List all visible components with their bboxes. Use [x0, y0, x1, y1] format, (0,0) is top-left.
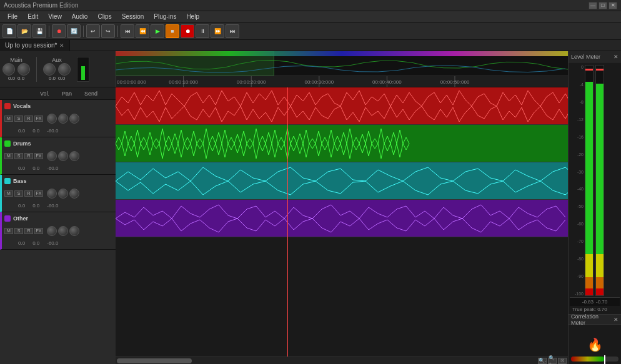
main-toolbar: 📄 📂 💾 ⏺ 🔄 ↩ ↪ ⏮ ⏪ ▶ ■ ⏺ ⏸ ⏩ ⏭	[0, 22, 621, 40]
aux-vol-knob[interactable]	[43, 63, 56, 76]
other-send-knob[interactable]	[69, 226, 79, 236]
close-button[interactable]: ✕	[609, 2, 617, 9]
bass-send-knob[interactable]	[69, 189, 79, 199]
overview-bar[interactable]	[116, 51, 568, 76]
vocals-send-knob[interactable]	[69, 114, 79, 124]
session-content: Main 0.0 0.0 Aux	[0, 51, 621, 364]
menu-file[interactable]: File	[2, 11, 22, 22]
prev-button[interactable]: ⏪	[136, 24, 149, 38]
menu-view[interactable]: View	[43, 11, 67, 22]
open-button[interactable]: 📂	[17, 24, 31, 38]
zoom-in-btn[interactable]: 🔍+	[548, 358, 557, 364]
other-fx-btn[interactable]: FX	[34, 228, 43, 234]
other-track-name: Other	[13, 215, 28, 222]
drums-vol-knob[interactable]	[47, 151, 57, 161]
vocals-pan-knob[interactable]	[58, 114, 68, 124]
fit-btn[interactable]: ⊡	[558, 358, 567, 364]
menu-session[interactable]: Session	[117, 11, 149, 22]
drums-record-btn[interactable]: R	[24, 153, 33, 159]
drums-color-indicator	[4, 140, 11, 147]
bass-mute-btn[interactable]: M	[4, 190, 13, 197]
other-pan-knob[interactable]	[58, 226, 68, 236]
vocals-record-btn[interactable]: R	[24, 116, 33, 122]
toolbar-separator-1	[49, 26, 49, 37]
level-readout-left: -0.83	[582, 299, 594, 305]
end-button[interactable]: ⏭	[226, 24, 239, 38]
level-num-30: -30	[577, 170, 584, 174]
horizontal-scrollbar[interactable]: 🔍- 🔍+ ⊡	[116, 357, 568, 364]
maximize-button[interactable]: □	[599, 2, 607, 9]
other-vol-knob[interactable]	[47, 226, 57, 236]
menu-clips[interactable]: Clips	[92, 11, 116, 22]
svg-text:00:00:20:000: 00:00:20:000	[237, 79, 266, 85]
minimize-button[interactable]: —	[589, 2, 597, 9]
tracks-scroll[interactable]	[116, 87, 568, 357]
main-pan-knob[interactable]	[17, 63, 30, 76]
svg-text:00:00:30:000: 00:00:30:000	[304, 79, 334, 85]
toolbar-separator-3	[117, 26, 118, 37]
drums-mute-btn[interactable]: M	[4, 153, 13, 159]
bass-solo-btn[interactable]: S	[14, 190, 23, 197]
vocals-vol-knob[interactable]	[47, 114, 57, 124]
level-num-80: -80	[577, 257, 584, 261]
track-other-top: Other	[4, 215, 113, 222]
overview-waveform	[116, 51, 568, 76]
level-meter-close[interactable]: ✕	[614, 54, 619, 60]
drums-pan-knob[interactable]	[58, 151, 68, 161]
level-num-60: -60	[577, 222, 584, 226]
save-button[interactable]: 💾	[32, 24, 46, 38]
next-button[interactable]: ⏩	[211, 24, 224, 38]
menu-audio[interactable]: Audio	[67, 11, 93, 22]
rewind-button[interactable]: ⏮	[121, 24, 134, 38]
pause-button[interactable]: ⏸	[196, 24, 209, 38]
undo-button[interactable]: ↩	[86, 24, 100, 38]
loop-button[interactable]: 🔄	[67, 24, 81, 38]
send-col-header: Send	[84, 91, 97, 97]
pan-col-header: Pan	[62, 91, 72, 97]
zoom-out-btn[interactable]: 🔍-	[538, 358, 547, 364]
drums-solo-btn[interactable]: S	[14, 153, 23, 159]
session-tab-close[interactable]: ✕	[59, 42, 64, 49]
bass-track-buttons: M S R FX	[4, 189, 113, 199]
svg-text:00:00:10:000: 00:00:10:000	[169, 79, 198, 85]
drums-track-buttons: M S R FX	[4, 151, 113, 161]
bass-vol-knob[interactable]	[47, 189, 57, 199]
aux-mixer-col: Aux 0.0 0.0	[43, 57, 71, 81]
other-track-buttons: M S R FX	[4, 226, 113, 236]
correlation-meter-close[interactable]: ✕	[614, 317, 619, 323]
bass-fx-btn[interactable]: FX	[34, 190, 43, 197]
timeline-ruler-svg: 00:00:00.000 00:00:10:000 00:00:20:000 0…	[116, 76, 568, 87]
aux-pan-knob[interactable]	[58, 63, 71, 76]
session-tab[interactable]: Up to you session* ✕	[0, 40, 70, 51]
level-num-4: -4	[580, 82, 584, 87]
session-tab-bar: Up to you session* ✕	[0, 40, 621, 51]
menu-plugins[interactable]: Plug-ins	[149, 11, 181, 22]
main-vol-knob[interactable]	[2, 63, 15, 76]
drums-fx-btn[interactable]: FX	[34, 153, 43, 159]
level-meter-header: Level Meter ✕	[569, 51, 621, 62]
other-record-btn[interactable]: R	[24, 228, 33, 234]
track-row-other: Other M S R FX 0.0 0.0 -60.0	[0, 212, 116, 250]
drums-send-knob[interactable]	[69, 151, 79, 161]
bass-record-btn[interactable]: R	[24, 190, 33, 197]
vocals-fx-btn[interactable]: FX	[34, 116, 43, 122]
stop-button[interactable]: ■	[166, 24, 179, 38]
scrollbar-controls: 🔍- 🔍+ ⊡	[538, 358, 567, 364]
scrollbar-thumb[interactable]	[117, 358, 192, 363]
record-btn2[interactable]: ⏺	[181, 24, 194, 38]
play-button[interactable]: ▶	[151, 24, 164, 38]
menu-bar: File Edit View Audio Clips Session Plug-…	[0, 11, 621, 22]
new-button[interactable]: 📄	[2, 24, 16, 38]
bass-pan-knob[interactable]	[58, 189, 68, 199]
peak-indicator-left	[585, 69, 593, 71]
level-bar-right-orange	[596, 277, 604, 288]
other-solo-btn[interactable]: S	[14, 228, 23, 234]
window-controls[interactable]: — □ ✕	[589, 2, 617, 9]
menu-help[interactable]: Help	[181, 11, 204, 22]
redo-button[interactable]: ↪	[101, 24, 115, 38]
record-button[interactable]: ⏺	[52, 24, 66, 38]
other-mute-btn[interactable]: M	[4, 228, 13, 234]
menu-edit[interactable]: Edit	[22, 11, 43, 22]
vocals-solo-btn[interactable]: S	[14, 116, 23, 122]
vocals-mute-btn[interactable]: M	[4, 116, 13, 122]
